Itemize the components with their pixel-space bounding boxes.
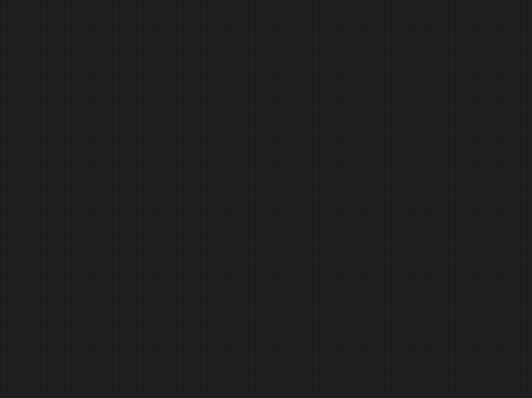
background-texture	[0, 0, 532, 398]
